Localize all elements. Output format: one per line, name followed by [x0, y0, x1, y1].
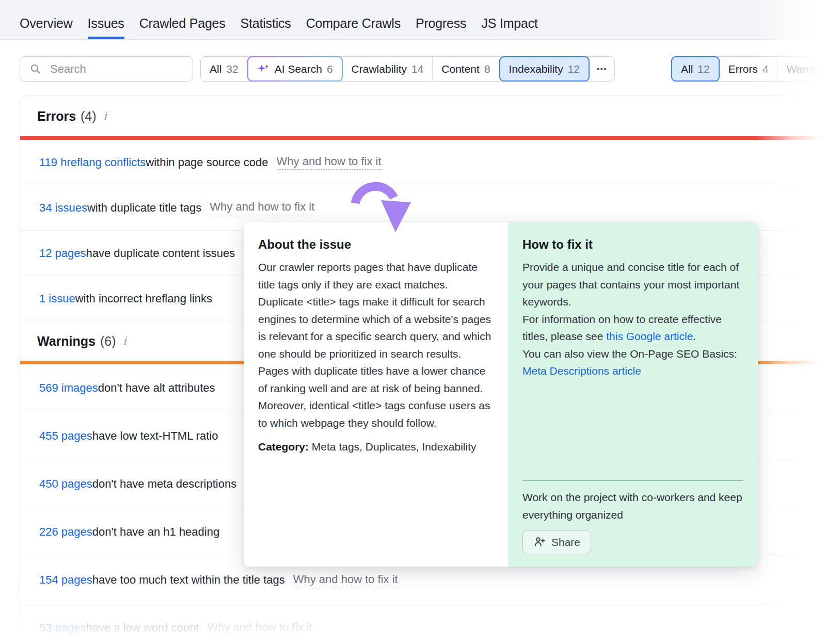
issue-details-popover: About the issue Our crawler reports page…: [244, 222, 758, 567]
fix-title: How to fix it: [522, 237, 743, 252]
issue-text: don't have alt attributes: [98, 381, 215, 395]
share-label: Share: [551, 536, 580, 549]
issue-text: have low text-HTML ratio: [92, 429, 218, 443]
why-fix-link[interactable]: Why and how to fix it: [293, 573, 398, 587]
errors-count: (4): [81, 109, 97, 124]
fix-body: Provide a unique and concise title for e…: [522, 259, 743, 380]
how-to-fix-panel: How to fix it Provide a unique and conci…: [508, 222, 758, 567]
issue-count-link[interactable]: 34 issues: [39, 201, 87, 215]
google-article-link[interactable]: this Google article: [606, 330, 693, 342]
issue-count-link[interactable]: 12 pages: [39, 247, 86, 260]
filter-group-severity: All12 Errors4 Warnings: [671, 56, 826, 82]
filter-chip-content[interactable]: Content8: [432, 57, 499, 81]
tab-issues[interactable]: Issues: [88, 16, 124, 39]
issue-count-link[interactable]: 455 pages: [39, 429, 92, 443]
warnings-title: Warnings: [37, 334, 96, 349]
ellipsis-icon: •••: [597, 65, 607, 73]
search-icon: [29, 63, 42, 75]
issue-text: within page source code: [146, 156, 268, 169]
panel-divider: [522, 480, 743, 481]
issue-row-low-word-count: 53 pages have a low word countWhy and ho…: [20, 604, 826, 644]
tab-js-impact[interactable]: JS Impact: [481, 16, 537, 39]
warnings-count: (6): [100, 334, 116, 349]
category-label: Category:: [258, 441, 309, 453]
issue-count-link[interactable]: 569 images: [39, 381, 98, 395]
why-fix-link[interactable]: Why and how to fix it: [210, 200, 314, 215]
issue-count-link[interactable]: 450 pages: [39, 477, 92, 491]
issue-text: have too much text within the title tags: [92, 573, 285, 587]
issue-text: with duplicate title tags: [87, 201, 201, 215]
tab-statistics[interactable]: Statistics: [241, 16, 291, 39]
issue-count-link[interactable]: 119 hreflang conflicts: [39, 156, 146, 169]
issues-search: [20, 56, 193, 82]
filter-chip-all-severity[interactable]: All12: [671, 56, 720, 82]
filter-chip-crawlability[interactable]: Crawlability14: [343, 57, 433, 81]
issue-text: with incorrect hreflang links: [75, 292, 212, 305]
issue-count-link[interactable]: 53 pages: [39, 621, 86, 635]
tab-overview[interactable]: Overview: [20, 16, 73, 39]
issue-count-link[interactable]: 226 pages: [39, 525, 92, 539]
about-the-issue-panel: About the issue Our crawler reports page…: [244, 222, 508, 567]
tab-crawled-pages[interactable]: Crawled Pages: [139, 16, 226, 39]
share-note: Work on the project with co-workers and …: [522, 489, 743, 523]
meta-descriptions-article-link[interactable]: Meta Descriptions article: [522, 365, 641, 377]
more-filters-button[interactable]: •••: [590, 57, 614, 81]
errors-severity-bar: [20, 136, 826, 140]
issue-count-link[interactable]: 1 issue: [39, 292, 75, 305]
issue-category: Category: Meta tags, Duplicates, Indexab…: [258, 438, 493, 456]
filter-chip-warnings[interactable]: Warnings: [777, 57, 826, 81]
about-title: About the issue: [258, 237, 493, 252]
share-button[interactable]: Share: [522, 530, 591, 554]
issue-count-link[interactable]: 154 pages: [39, 573, 92, 587]
about-body: Our crawler reports pages that have dupl…: [258, 259, 493, 431]
site-audit-nav: Overview Issues Crawled Pages Statistics…: [0, 0, 826, 40]
filter-chip-ai-search[interactable]: AI Search6: [247, 56, 343, 82]
filter-chip-all-issues[interactable]: All32: [201, 57, 247, 81]
filter-chip-indexability[interactable]: Indexability12: [499, 56, 590, 82]
issue-text: have a low word count: [86, 621, 199, 635]
tab-compare-crawls[interactable]: Compare Crawls: [306, 16, 401, 39]
info-icon[interactable]: i: [103, 109, 107, 123]
why-fix-link[interactable]: Why and how to fix it: [207, 621, 312, 635]
tab-progress[interactable]: Progress: [416, 16, 466, 39]
why-fix-link[interactable]: Why and how to fix it: [277, 155, 382, 169]
issue-text: don't have meta descriptions: [92, 477, 236, 491]
filter-chip-errors[interactable]: Errors4: [720, 57, 777, 81]
spacer: [522, 380, 743, 481]
sparkles-icon: [257, 62, 270, 75]
active-tab-underline: [88, 37, 124, 39]
issue-text: don't have an h1 heading: [92, 525, 219, 539]
issue-text: have duplicate content issues: [86, 247, 235, 260]
issue-row-hreflang-conflicts: 119 hreflang conflicts within page sourc…: [20, 140, 826, 185]
errors-title: Errors: [37, 109, 76, 124]
errors-section-header: Errors (4) i: [20, 96, 826, 136]
info-icon[interactable]: i: [123, 334, 126, 348]
search-input[interactable]: [49, 62, 180, 76]
person-plus-icon: [533, 536, 546, 549]
category-value: Meta tags, Duplicates, Indexability: [309, 441, 476, 453]
filter-group-categories: All32 AI Search6 Crawlability14 Content8…: [200, 56, 615, 82]
